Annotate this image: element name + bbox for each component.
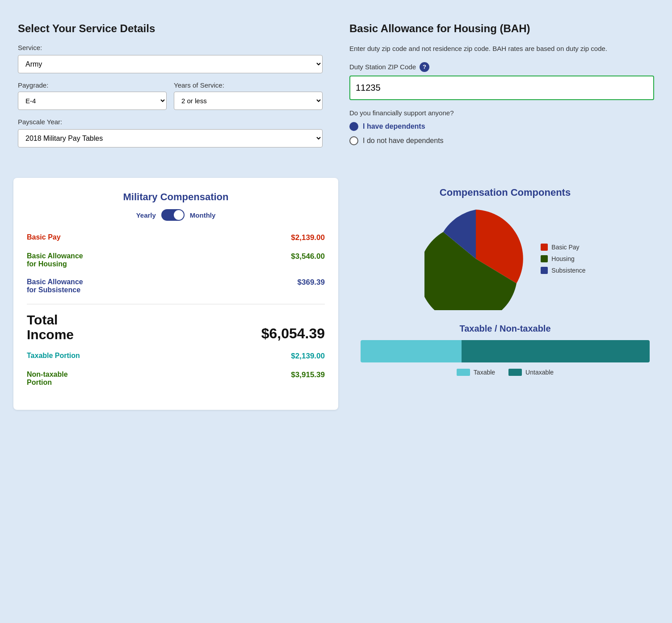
bah-comp-value: $3,546.00 [291,252,325,261]
bar-legend-untaxable: Untaxable [508,369,554,376]
taxable-row: Taxable Portion $2,139.00 [27,352,325,361]
payscale-select[interactable]: 2018 Military Pay Tables 2019 Military P… [18,129,323,147]
toggle-switch[interactable] [161,209,185,221]
bas-row: Basic Allowancefor Subsistence $369.39 [27,278,325,294]
bah-panel: Basic Allowance for Housing (BAH) Enter … [345,13,659,164]
legend-basic-pay: Basic Pay [541,244,585,251]
bar-untaxable-segment [462,340,650,362]
taxable-chart-title: Taxable / Non-taxable [356,324,654,334]
bar-legend-taxable: Taxable [457,369,495,376]
legend-housing: Housing [541,255,585,262]
service-details-panel: Select Your Service Details Service: Arm… [13,13,327,164]
years-select[interactable]: 2 or less 3 4 6 [174,92,323,110]
total-label: TotalIncome [27,312,74,342]
bas-value: $369.39 [298,278,325,287]
nontaxable-row: Non-taxablePortion $3,915.39 [27,370,325,387]
legend-color-subsistence [541,267,548,274]
toggle-knob [174,210,184,220]
total-income-row: TotalIncome $6,054.39 [27,312,325,342]
years-label: Years of Service: [174,81,323,89]
nontaxable-label: Non-taxablePortion [27,370,68,387]
legend-subsistence: Subsistence [541,267,585,274]
bar-legend-label-taxable: Taxable [474,369,495,376]
basic-pay-row: Basic Pay $2,139.00 [27,233,325,242]
bah-comp-label: Basic Allowancefor Housing [27,252,83,268]
legend-color-housing [541,255,548,262]
bah-description: Enter duty zip code and not residence zi… [349,44,654,54]
toggle-monthly-label: Monthly [190,211,216,219]
has-dependents-label: I have dependents [363,122,425,130]
toggle-yearly-label: Yearly [136,211,156,219]
radio-no-dependents[interactable]: I do not have dependents [349,136,654,145]
service-select[interactable]: Army Navy Air Force Marine Corps Coast G… [18,55,323,73]
bar-taxable-segment [361,340,462,362]
legend-color-basic-pay [541,244,548,251]
paygrade-group: Paygrade: E-1 E-2 E-3 E-4 E-5 E-6 [18,81,167,110]
basic-pay-value: $2,139.00 [291,233,325,242]
chart-title: Compensation Components [356,187,654,198]
bar-legend: Taxable Untaxable [361,369,650,376]
bar-track [361,340,650,362]
taxable-bar-chart: Taxable Untaxable [356,340,654,376]
comp-title: Military Compensation [27,191,325,203]
zip-input[interactable] [349,76,654,100]
no-dependents-label: I do not have dependents [363,137,444,145]
radio-filled-icon [349,122,358,131]
payscale-label: Payscale Year: [18,118,323,126]
years-group: Years of Service: 2 or less 3 4 6 [174,81,323,110]
help-icon[interactable]: ? [420,62,429,72]
service-details-title: Select Your Service Details [18,22,323,35]
dependents-question: Do you financially support anyone? [349,109,654,117]
bar-legend-color-taxable [457,369,470,376]
paygrade-select[interactable]: E-1 E-2 E-3 E-4 E-5 E-6 [18,92,167,110]
bas-label: Basic Allowancefor Subsistence [27,278,83,294]
bah-row: Basic Allowancefor Housing $3,546.00 [27,252,325,268]
bar-legend-color-untaxable [508,369,522,376]
legend-label-basic-pay: Basic Pay [551,244,579,251]
legend-label-housing: Housing [551,255,574,262]
radio-empty-icon [349,136,358,145]
basic-pay-label: Basic Pay [27,233,61,241]
bar-legend-label-untaxable: Untaxable [525,369,554,376]
legend-label-subsistence: Subsistence [551,267,585,274]
total-value: $6,054.39 [261,325,325,342]
taxable-label: Taxable Portion [27,352,80,360]
compensation-card: Military Compensation Yearly Monthly Bas… [13,178,338,410]
service-label: Service: [18,44,323,51]
radio-has-dependents[interactable]: I have dependents [349,122,654,131]
pie-chart [424,207,527,310]
pie-legend: Basic Pay Housing Subsistence [541,244,585,274]
chart-section: Compensation Components Basic Pay [352,178,659,410]
bah-title: Basic Allowance for Housing (BAH) [349,22,654,35]
nontaxable-value: $3,915.39 [291,370,325,379]
taxable-value: $2,139.00 [291,352,325,361]
paygrade-label: Paygrade: [18,81,167,89]
zip-label: Duty Station ZIP Code [349,63,416,71]
